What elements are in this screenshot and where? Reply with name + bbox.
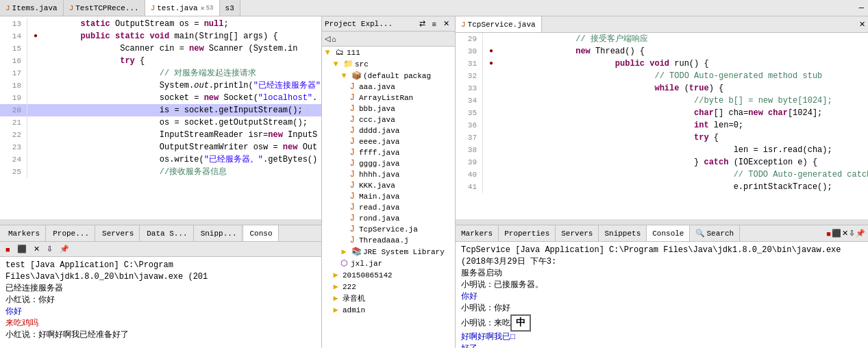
tree-folder3[interactable]: ▶ 录音机 <box>322 293 455 304</box>
tab-servers-left[interactable]: Servers <box>97 225 140 241</box>
terminate-button[interactable]: ⬛ <box>14 243 29 255</box>
console-line-red: 来吃鸡吗 <box>5 318 316 330</box>
file-label: ccc.java <box>359 116 395 124</box>
java-icon: J <box>347 137 358 147</box>
console-line: 小明说：已接服务器。 <box>461 279 863 291</box>
jar-label: jxl.jar <box>351 260 382 268</box>
console-stop-btn[interactable]: ■ <box>826 229 831 238</box>
file-label: gggg.java <box>359 160 399 168</box>
tab-markers-left[interactable]: Markers <box>3 225 46 241</box>
tree-file-hhhh[interactable]: J hhhh.java <box>322 169 455 180</box>
tab-datas-left[interactable]: Data S... <box>141 225 193 241</box>
tab-console-right[interactable]: Console <box>647 225 690 241</box>
console-line: 已经连接服务器 <box>5 283 316 295</box>
tree-file-eeee[interactable]: J eeee.java <box>322 136 455 147</box>
src-icon: 📁 <box>343 59 354 69</box>
tab-snippets-right[interactable]: Snippets <box>599 225 647 241</box>
code-line: 25 //接收服务器信息 <box>0 166 321 178</box>
right-horizontal-scrollbar[interactable] <box>456 219 868 225</box>
sync-button[interactable]: ⇄ <box>417 18 428 29</box>
project-icon: 🗂 <box>334 47 345 58</box>
console-line: 小红说：好啊好啊我已经准备好了 <box>5 330 316 341</box>
right-code-line: 30 ● new Thread() { <box>456 45 868 58</box>
tree-toolbar: Project Expl... ⇄ ≡ ✕ <box>322 16 455 32</box>
tab-console-left[interactable]: Conso <box>244 225 278 241</box>
tab-search-right[interactable]: 🔍 Search <box>690 225 740 241</box>
pin-button[interactable]: 📌 <box>57 243 72 255</box>
tree-folder4[interactable]: ▶ admin <box>322 304 455 316</box>
tab-s3[interactable]: s3 <box>220 0 240 16</box>
code-line-highlighted: 20 is = socket.getInputStream(); <box>0 104 321 116</box>
tree-file-ffff[interactable]: J ffff.java <box>322 147 455 158</box>
root-label: 111 <box>347 49 360 57</box>
search-icon: 🔍 <box>695 229 705 238</box>
tree-file-bbb[interactable]: J bbb.java <box>322 103 455 114</box>
tree-nav-button[interactable]: ◁ <box>325 34 330 43</box>
collapse-button[interactable]: ≡ <box>430 18 439 29</box>
tab-badge: 53 <box>206 5 214 12</box>
close-icon[interactable]: ✕ <box>201 4 205 12</box>
tree-jxljar[interactable]: ⬡ jxl.jar <box>322 258 455 269</box>
tree-file-read[interactable]: J read.java <box>322 202 455 213</box>
code-editor-panel: 13 static OutputStream os = null; 14 ● p… <box>0 16 322 348</box>
close-tree-button[interactable]: ✕ <box>441 18 452 29</box>
tree-file-arraylist[interactable]: J ArrayListRan <box>322 92 455 103</box>
tree-root[interactable]: ▼ 🗂 111 <box>322 47 455 58</box>
clear-button[interactable]: ✕ <box>31 243 42 255</box>
code-editor[interactable]: 13 static OutputStream os = null; 14 ● p… <box>0 16 321 225</box>
tree-folder1[interactable]: ▶ 20150865142 <box>322 269 455 281</box>
src-label: src <box>355 60 369 69</box>
tree-file-main[interactable]: J Main.java <box>322 191 455 202</box>
console-clear-btn[interactable]: ✕ <box>842 229 848 238</box>
folder-icon: ▼ <box>322 48 333 58</box>
tab-test-java[interactable]: J test.java ✕ 53 <box>145 0 220 16</box>
java-icon: J <box>347 192 358 201</box>
tab-tcpservice[interactable]: J TcpService.java <box>456 16 542 32</box>
tab-properties-right[interactable]: Properties <box>499 225 556 241</box>
right-code-line: 29 // 接受客户端响应 <box>456 33 868 45</box>
horizontal-scrollbar[interactable] <box>0 219 321 225</box>
console-scroll-btn[interactable]: ⇩ <box>849 229 855 238</box>
tab-prope-left[interactable]: Prope... <box>47 225 95 241</box>
right-code-line: 35 char[] cha=new char[1024]; <box>456 107 868 119</box>
ime-indicator: 中 <box>510 314 531 332</box>
tab-test-tcp[interactable]: J TestTCPRece... <box>64 0 145 16</box>
tree-file-rond[interactable]: J rond.java <box>322 213 455 224</box>
tab-markers-right[interactable]: Markers <box>456 225 499 241</box>
tree-default-package[interactable]: ▼ 📦 (default packag <box>322 70 455 82</box>
tree-file-kkk[interactable]: J KKK.java <box>322 180 455 191</box>
console-content-left[interactable]: test [Java Application] C:\Program Files… <box>0 257 321 348</box>
right-code-content[interactable]: 29 // 接受客户端响应 30 ● new Thread() { 31 ● p… <box>456 33 868 219</box>
tab-servers-right[interactable]: Servers <box>556 225 599 241</box>
tree-file-threadaaa[interactable]: J Threadaaa.j <box>322 235 455 246</box>
console-terminate-btn[interactable]: ⬛ <box>832 229 841 238</box>
folder-icon: ▼ <box>338 71 349 81</box>
file-label: dddd.java <box>359 127 399 135</box>
tree-src[interactable]: ▼ 📁 src <box>322 58 455 70</box>
right-code-editor[interactable]: 29 // 接受客户端响应 30 ● new Thread() { 31 ● p… <box>456 33 868 225</box>
console-line: 小明说：你好 <box>461 303 863 314</box>
file-label: aaa.java <box>359 83 395 91</box>
code-line: 16 try { <box>0 55 321 67</box>
tab-items-java[interactable]: J Items.java <box>0 0 64 16</box>
tab-minimize[interactable]: ─ <box>855 3 868 13</box>
code-content[interactable]: 13 static OutputStream os = null; 14 ● p… <box>0 16 321 219</box>
right-console-content[interactable]: TcpService [Java Application] C:\Program… <box>456 242 868 348</box>
code-line: 21 os = socket.getOutputStream(); <box>0 116 321 129</box>
stop-button[interactable]: ■ <box>3 244 13 255</box>
tree-file-tcpservice[interactable]: J TcpService.ja <box>322 224 455 235</box>
tree-content[interactable]: ▼ 🗂 111 ▼ 📁 src ▼ 📦 (default packag J aa… <box>322 47 455 348</box>
tree-file-aaa[interactable]: J aaa.java <box>322 82 455 92</box>
tree-file-dddd[interactable]: J dddd.java <box>322 125 455 136</box>
close-right-tab[interactable]: ✕ <box>859 20 865 29</box>
tree-jre[interactable]: ▶ 📚 JRE System Library <box>322 246 455 258</box>
tree-folder2[interactable]: ▶ 222 <box>322 281 455 293</box>
package-icon: 📦 <box>351 71 362 81</box>
tab-snipp-left[interactable]: Snipp... <box>195 225 243 241</box>
tree-file-gggg[interactable]: J gggg.java <box>322 158 455 169</box>
tree-file-ccc[interactable]: J ccc.java <box>322 114 455 125</box>
file-label: ffff.java <box>359 149 399 157</box>
console-pin-btn[interactable]: 📌 <box>856 229 865 238</box>
scroll-lock-button[interactable]: ⇩ <box>44 243 55 255</box>
tree-home-button[interactable]: ⌂ <box>332 35 336 43</box>
